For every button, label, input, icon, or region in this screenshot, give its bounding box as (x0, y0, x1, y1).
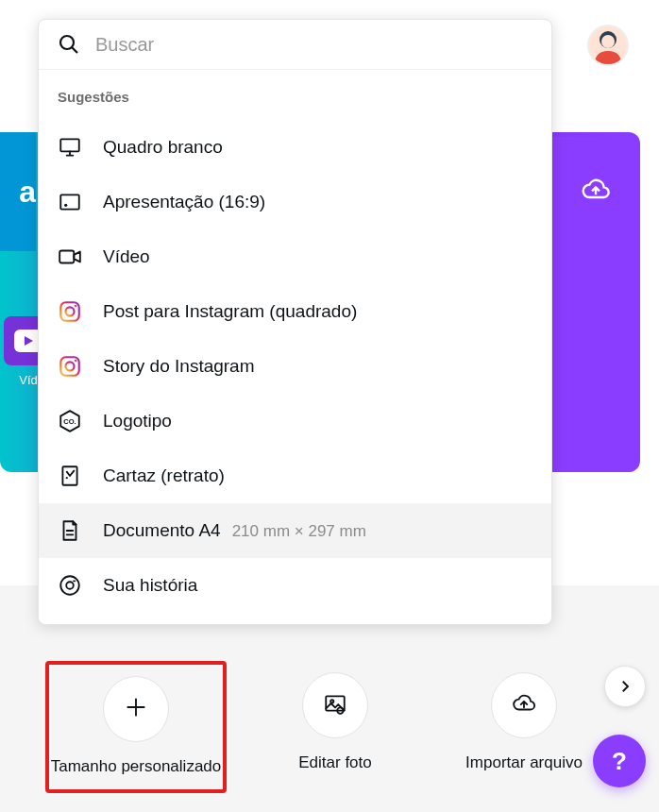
svg-rect-19 (73, 581, 76, 583)
action-label: Tamanho personalizado (51, 755, 222, 778)
presentation-icon (58, 190, 82, 214)
svg-point-12 (65, 362, 74, 370)
svg-point-3 (60, 36, 74, 49)
svg-rect-7 (59, 251, 74, 263)
suggestion-label: Apresentação (16:9) (103, 192, 265, 211)
svg-point-2 (601, 35, 615, 48)
video-icon (58, 245, 82, 269)
instagram-icon (58, 299, 82, 324)
cloud-upload-button[interactable] (491, 672, 557, 738)
search-icon (58, 33, 80, 56)
suggestion-label: Quadro branco (103, 137, 223, 157)
bg-partial-tile-left: a (0, 132, 36, 251)
svg-rect-4 (60, 139, 79, 151)
svg-point-9 (65, 307, 74, 315)
document-icon (58, 518, 82, 543)
suggestion-item[interactable]: Vídeo (39, 229, 551, 284)
poster-icon (58, 464, 82, 488)
instagram-icon (58, 354, 82, 379)
search-row (39, 20, 551, 70)
camera-icon (58, 573, 82, 598)
action-cloud-upload[interactable]: Importar arquivo (444, 661, 604, 786)
plus-icon (124, 695, 148, 723)
action-photo[interactable]: Editar foto (255, 661, 415, 786)
suggestion-item[interactable]: Post para Instagram (quadrado) (39, 284, 551, 339)
action-plus[interactable]: Tamanho personalizado (45, 661, 227, 793)
cloud-upload-icon (512, 691, 536, 719)
svg-point-13 (75, 360, 77, 363)
suggestion-label: Documento A4 (103, 520, 221, 540)
hero-upload-area[interactable] (553, 137, 638, 472)
logo-icon: CO. (58, 409, 82, 433)
suggestion-label: Post para Instagram (quadrado) (103, 301, 357, 321)
plus-button[interactable] (103, 676, 169, 742)
suggestion-label: Sua história (103, 575, 197, 595)
svg-point-10 (75, 305, 77, 308)
search-dropdown: Sugestões Quadro brancoApresentação (16:… (38, 19, 552, 625)
help-label: ? (612, 747, 627, 776)
suggestion-item[interactable]: Sua história (39, 558, 551, 613)
action-label: Importar arquivo (465, 752, 583, 774)
suggestion-item[interactable]: Documento A4210 mm × 297 mm (39, 503, 551, 558)
photo-icon (323, 691, 347, 719)
suggestion-item[interactable]: Cartaz (retrato) (39, 448, 551, 503)
action-label: Editar foto (298, 752, 372, 774)
suggestions-list[interactable]: Sugestões Quadro brancoApresentação (16:… (39, 70, 551, 624)
scroll-right-button[interactable] (604, 666, 646, 707)
chevron-right-icon (617, 678, 634, 695)
whiteboard-icon (58, 135, 82, 160)
help-button[interactable]: ? (593, 735, 646, 787)
svg-rect-5 (60, 195, 79, 209)
svg-point-16 (66, 477, 68, 479)
suggestion-item[interactable]: CO.Logotipo (39, 394, 551, 448)
suggestion-item[interactable]: Apresentação (16:9) (39, 175, 551, 229)
suggestion-item[interactable]: Story do Instagram (39, 339, 551, 394)
suggestions-header: Sugestões (39, 81, 551, 120)
search-input[interactable] (95, 34, 532, 56)
suggestion-secondary: 210 mm × 297 mm (232, 522, 366, 540)
suggestion-label: Story do Instagram (103, 356, 255, 376)
svg-point-6 (64, 204, 67, 207)
photo-button[interactable] (302, 672, 368, 738)
suggestion-item[interactable]: Quadro branco (39, 120, 551, 175)
bg-tile-label: Víd (19, 373, 38, 387)
suggestion-label: Cartaz (retrato) (103, 465, 225, 485)
svg-point-21 (330, 700, 333, 702)
svg-point-18 (66, 582, 74, 589)
suggestion-label: Vídeo (103, 246, 150, 266)
suggestion-label: Logotipo (103, 411, 172, 431)
avatar[interactable] (587, 25, 629, 66)
svg-text:CO.: CO. (63, 417, 76, 426)
cloud-upload-icon (581, 175, 611, 205)
svg-point-17 (60, 576, 79, 595)
action-buttons-row: Tamanho personalizadoEditar fotoImportar… (45, 661, 604, 793)
